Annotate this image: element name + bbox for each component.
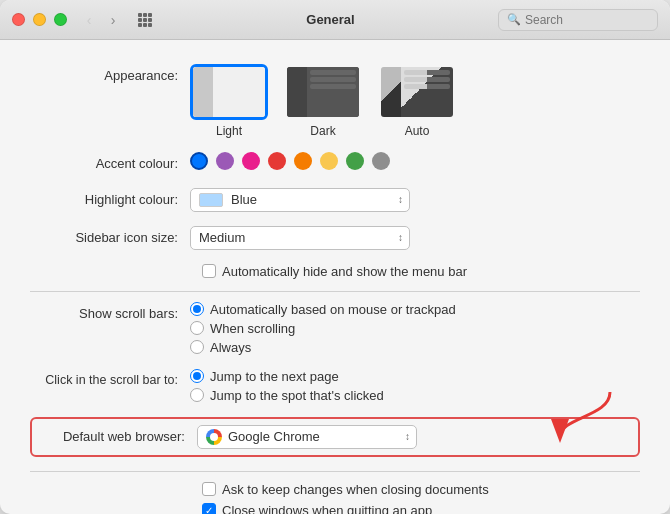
accent-green[interactable]: [346, 152, 364, 170]
auto-thumb-inner: [381, 67, 453, 117]
back-button[interactable]: ‹: [79, 10, 99, 30]
accent-purple[interactable]: [216, 152, 234, 170]
search-icon: 🔍: [507, 13, 521, 26]
auto-hide-menu-checkbox-row: Automatically hide and show the menu bar: [202, 264, 467, 279]
scroll-always-text: Always: [210, 340, 251, 355]
ask-changes-text: Ask to keep changes when closing documen…: [222, 482, 489, 497]
dark-sidebar: [287, 67, 307, 117]
highlight-colour-row: Highlight colour: Blue ↕: [30, 188, 640, 212]
auto-label: Auto: [405, 124, 430, 138]
accent-red[interactable]: [268, 152, 286, 170]
auto-hide-menu-text: Automatically hide and show the menu bar: [222, 264, 467, 279]
appearance-dark[interactable]: Dark: [284, 64, 362, 138]
dark-bar1: [310, 70, 356, 75]
default-web-browser-value: Google Chrome: [228, 429, 320, 444]
accent-orange[interactable]: [294, 152, 312, 170]
traffic-lights: [12, 13, 67, 26]
dark-thumb-inner: [287, 67, 359, 117]
settings-content: Appearance:: [0, 40, 670, 514]
dark-bar3: [310, 84, 356, 89]
highlight-colour-value: Blue: [231, 192, 257, 207]
sidebar-icon-size-dropdown[interactable]: Medium ↕: [190, 226, 410, 250]
light-thumb-inner: [193, 67, 265, 117]
search-input[interactable]: [525, 13, 649, 27]
accent-colors: [190, 152, 390, 170]
chrome-icon: [206, 429, 222, 445]
appearance-light[interactable]: Light: [190, 64, 268, 138]
accent-blue[interactable]: [190, 152, 208, 170]
svg-rect-7: [143, 23, 147, 27]
auto-hide-menu-checkbox[interactable]: [202, 264, 216, 278]
show-scroll-bars-control: Automatically based on mouse or trackpad…: [190, 302, 640, 355]
svg-rect-0: [138, 13, 142, 17]
highlight-colour-control: Blue ↕: [190, 188, 640, 212]
nav-buttons: ‹ ›: [79, 10, 123, 30]
dark-thumb: [284, 64, 362, 120]
scroll-auto-text: Automatically based on mouse or trackpad: [210, 302, 456, 317]
ask-changes-row: Ask to keep changes when closing documen…: [202, 482, 640, 497]
auto-thumb: [378, 64, 456, 120]
highlight-chevron: ↕: [398, 194, 403, 205]
accent-graphite[interactable]: [372, 152, 390, 170]
svg-rect-8: [148, 23, 152, 27]
highlight-colour-label: Highlight colour:: [30, 188, 190, 210]
close-button[interactable]: [12, 13, 25, 26]
minimize-button[interactable]: [33, 13, 46, 26]
window-title: General: [163, 12, 498, 27]
close-windows-text: Close windows when quitting an app: [222, 503, 432, 515]
svg-rect-2: [148, 13, 152, 17]
scroll-always-row: Always: [190, 340, 456, 355]
appearance-options: Light: [190, 64, 456, 138]
close-windows-checkbox[interactable]: ✓: [202, 503, 216, 514]
separator-2: [30, 471, 640, 472]
dark-label: Dark: [310, 124, 335, 138]
auto-bar1: [404, 70, 450, 75]
dark-main: [307, 67, 359, 117]
highlight-colour-swatch: [199, 193, 223, 207]
highlight-colour-dropdown[interactable]: Blue ↕: [190, 188, 410, 212]
auto-bar3: [404, 84, 450, 89]
light-main: [193, 117, 265, 120]
settings-window: ‹ › General 🔍 Appearance:: [0, 0, 670, 514]
sidebar-icon-size-control: Medium ↕: [190, 226, 640, 250]
auto-hide-menu-row: Automatically hide and show the menu bar: [202, 264, 640, 279]
appearance-auto[interactable]: Auto: [378, 64, 456, 138]
light-thumb: [190, 64, 268, 120]
sidebar-icon-size-row: Sidebar icon size: Medium ↕: [30, 226, 640, 250]
titlebar: ‹ › General 🔍: [0, 0, 670, 40]
maximize-button[interactable]: [54, 13, 67, 26]
light-label: Light: [216, 124, 242, 138]
light-sidebar: [193, 67, 213, 117]
scroll-auto-radio[interactable]: [190, 302, 204, 316]
svg-rect-6: [138, 23, 142, 27]
dark-bar2: [310, 77, 356, 82]
click-spot-radio[interactable]: [190, 388, 204, 402]
scroll-always-radio[interactable]: [190, 340, 204, 354]
ask-changes-checkbox[interactable]: [202, 482, 216, 496]
scroll-scrolling-row: When scrolling: [190, 321, 456, 336]
sidebar-icon-size-label: Sidebar icon size:: [30, 226, 190, 248]
browser-chevron: ↕: [405, 431, 410, 442]
svg-rect-3: [138, 18, 142, 22]
accent-yellow[interactable]: [320, 152, 338, 170]
default-web-browser-dropdown[interactable]: Google Chrome ↕: [197, 425, 417, 449]
appearance-control: Light: [190, 64, 640, 138]
click-spot-row: Jump to the spot that's clicked: [190, 388, 384, 403]
click-next-page-text: Jump to the next page: [210, 369, 339, 384]
accent-pink[interactable]: [242, 152, 260, 170]
click-spot-text: Jump to the spot that's clicked: [210, 388, 384, 403]
show-scroll-bars-row: Show scroll bars: Automatically based on…: [30, 302, 640, 355]
show-scroll-bars-label: Show scroll bars:: [30, 302, 190, 324]
scroll-scrolling-radio[interactable]: [190, 321, 204, 335]
click-next-page-radio[interactable]: [190, 369, 204, 383]
close-windows-row: ✓ Close windows when quitting an app: [202, 503, 640, 515]
forward-button[interactable]: ›: [103, 10, 123, 30]
click-scroll-bar-label: Click in the scroll bar to:: [30, 369, 190, 390]
scroll-auto-row: Automatically based on mouse or trackpad: [190, 302, 456, 317]
auto-main: [401, 67, 453, 117]
scroll-scrolling-text: When scrolling: [210, 321, 295, 336]
grid-button[interactable]: [135, 10, 155, 30]
auto-sidebar: [381, 67, 401, 117]
red-arrow: [530, 387, 620, 447]
search-box[interactable]: 🔍: [498, 9, 658, 31]
